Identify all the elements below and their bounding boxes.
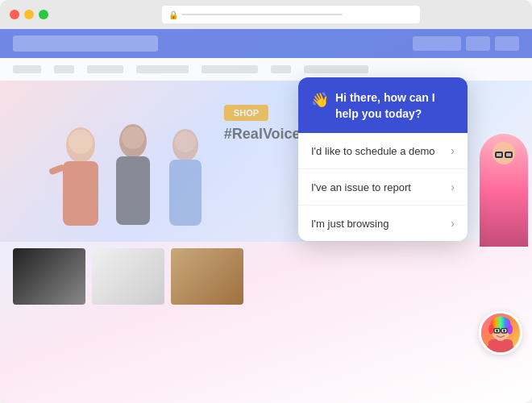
svg-point-8 <box>175 131 196 152</box>
traffic-light-fullscreen[interactable] <box>39 10 48 19</box>
start-btn-placeholder <box>466 36 490 51</box>
svg-rect-1 <box>63 161 98 226</box>
chevron-right-icon-1: › <box>451 181 455 193</box>
site-header <box>0 29 532 58</box>
address-bar[interactable]: 🔒 <box>162 6 420 23</box>
svg-point-5 <box>122 127 144 149</box>
chat-header: 👋 Hi there, how can I help you today? <box>298 77 468 133</box>
svg-point-25 <box>503 330 505 333</box>
products-row <box>0 242 532 306</box>
site-search-bar <box>13 35 158 52</box>
chevron-right-icon-2: › <box>451 217 455 230</box>
nav-kids <box>136 65 189 73</box>
browser-window: 🔒 <box>0 0 532 403</box>
cart-btn-placeholder <box>495 36 519 51</box>
chat-option-schedule-demo[interactable]: I'd like to schedule a demo › <box>298 133 468 169</box>
nav-accessories <box>202 65 258 73</box>
chat-option-just-browsing[interactable]: I'm just browsing › <box>298 206 468 241</box>
chevron-right-icon-0: › <box>451 144 455 157</box>
nav-store-locator <box>304 65 368 73</box>
url-text <box>181 14 343 15</box>
avatar-svg <box>481 314 520 352</box>
chat-option-just-browsing-label: I'm just browsing <box>311 218 389 230</box>
glass-right <box>505 152 513 158</box>
product-shoe <box>13 248 85 305</box>
chat-option-schedule-demo-label: I'd like to schedule a demo <box>311 145 435 157</box>
right-person <box>476 134 532 255</box>
chat-widget: 👋 Hi there, how can I help you today? I'… <box>298 77 468 241</box>
svg-point-18 <box>507 324 513 334</box>
product-item-2 <box>92 248 164 305</box>
glass-left <box>495 152 503 158</box>
avatar-glasses <box>495 152 513 158</box>
header-buttons <box>413 36 519 51</box>
nav-women <box>87 65 123 73</box>
address-bar-container: 🔒 <box>60 6 522 23</box>
svg-point-17 <box>488 324 494 334</box>
hero-people-illustration <box>16 97 242 242</box>
avatar-inner <box>481 314 520 352</box>
nav-sale <box>271 65 291 73</box>
product-item-3 <box>171 248 243 305</box>
nav-home <box>13 65 41 73</box>
wave-emoji-icon: 👋 <box>311 91 329 109</box>
svg-rect-4 <box>116 156 150 225</box>
traffic-light-close[interactable] <box>10 10 19 19</box>
svg-rect-13 <box>488 339 513 352</box>
agent-avatar <box>479 311 522 355</box>
svg-rect-7 <box>169 160 202 226</box>
hero-badge: SHOP <box>224 105 268 121</box>
chat-option-report-issue-label: I've an issue to report <box>311 181 411 193</box>
avatar-person <box>480 134 528 247</box>
lock-icon: 🔒 <box>168 10 178 19</box>
svg-point-2 <box>69 130 93 154</box>
chat-option-report-issue[interactable]: I've an issue to report › <box>298 169 468 206</box>
nav-men <box>54 65 74 73</box>
traffic-light-minimize[interactable] <box>24 10 34 19</box>
chat-greeting-text: Hi there, how can I help you today? <box>335 90 455 122</box>
svg-point-24 <box>496 330 498 333</box>
login-btn-placeholder <box>413 36 461 51</box>
website-content: SHOP #RealVoiceOfIndia has spoken <box>0 29 532 403</box>
browser-titlebar: 🔒 <box>0 0 532 29</box>
